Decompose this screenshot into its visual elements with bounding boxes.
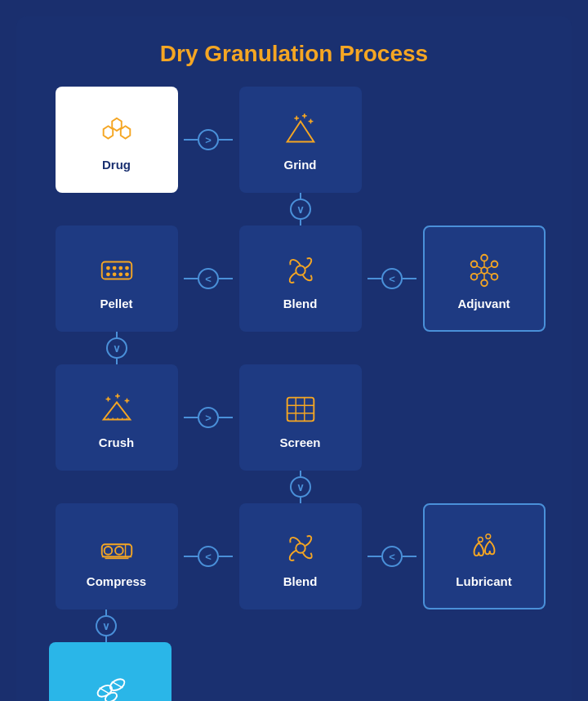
svg-point-62 xyxy=(485,534,490,538)
arrow-crush-screen: > xyxy=(184,407,233,428)
drug-label: Drug xyxy=(102,158,131,172)
svg-point-18 xyxy=(112,272,116,276)
arrow-left-3: < xyxy=(198,546,219,567)
arrow-down-3: ∨ xyxy=(290,476,311,498)
arrow-down-2: ∨ xyxy=(106,337,127,359)
arrow-down-4: ∨ xyxy=(96,615,117,636)
svg-point-24 xyxy=(491,261,497,267)
svg-marker-1 xyxy=(103,126,113,138)
blend1-box: Blend xyxy=(239,225,362,332)
screen-icon xyxy=(281,390,320,429)
svg-line-33 xyxy=(476,272,481,275)
compress-label: Compress xyxy=(87,574,146,588)
svg-point-26 xyxy=(481,279,488,286)
screen-label: Screen xyxy=(279,435,320,449)
arrow-blend-pellet: < xyxy=(184,268,233,289)
arrow-left-4: < xyxy=(381,546,403,567)
tablet-icon xyxy=(91,668,130,702)
blend2-label: Blend xyxy=(283,574,318,588)
arrow-left-2: < xyxy=(381,268,403,289)
grind-label: Grind xyxy=(284,158,317,172)
svg-point-28 xyxy=(470,261,477,267)
blend1-label: Blend xyxy=(283,297,318,310)
crush-label: Crush xyxy=(99,435,134,449)
adjuvant-label: Adjuvant xyxy=(457,297,510,310)
svg-point-16 xyxy=(125,266,129,270)
arrow-down-1: ∨ xyxy=(290,199,311,220)
adjuvant-icon xyxy=(465,251,504,290)
arrow-grind-blend: ∨ xyxy=(290,193,311,225)
svg-point-27 xyxy=(470,273,477,279)
compress-box: Compress xyxy=(56,503,178,609)
arrow-lubricant-blend2: < xyxy=(368,546,416,567)
blend2-icon xyxy=(281,529,320,568)
svg-point-13 xyxy=(106,266,110,270)
svg-point-22 xyxy=(481,267,488,274)
svg-point-60 xyxy=(296,543,305,553)
page-title: Dry Granulation Process xyxy=(33,33,555,67)
pellet-label: Pellet xyxy=(100,297,132,310)
arrow-left-1: < xyxy=(198,268,219,289)
compress-icon xyxy=(97,529,136,568)
svg-rect-49 xyxy=(287,397,314,421)
lubricant-icon xyxy=(465,529,504,568)
drug-box: Drug xyxy=(56,87,178,193)
arrow-screen-blend2: ∨ xyxy=(290,471,311,503)
adjuvant-box: Adjuvant xyxy=(423,225,546,332)
main-container: Dry Granulation Process Drug > xyxy=(16,16,572,701)
svg-point-56 xyxy=(115,547,123,555)
svg-point-14 xyxy=(112,266,116,270)
arrow-adjuvant-blend: < xyxy=(368,268,416,289)
pellet-box: Pellet xyxy=(56,225,178,332)
svg-marker-2 xyxy=(120,126,130,138)
blend1-icon xyxy=(281,251,320,290)
flow-diagram: Drug > Grind xyxy=(49,87,555,609)
arrow-right-2: > xyxy=(198,407,219,428)
svg-rect-54 xyxy=(101,544,131,556)
svg-line-66 xyxy=(112,681,122,688)
lubricant-box: Lubricant xyxy=(423,503,546,609)
svg-line-31 xyxy=(487,272,492,275)
svg-line-64 xyxy=(100,687,110,694)
svg-point-17 xyxy=(106,272,110,276)
svg-point-21 xyxy=(296,266,305,275)
arrow-right-1: > xyxy=(198,129,219,150)
svg-rect-12 xyxy=(101,261,131,279)
svg-point-20 xyxy=(125,272,129,276)
svg-point-23 xyxy=(481,254,488,261)
blend2-box: Blend xyxy=(239,503,362,609)
pellet-icon xyxy=(97,251,136,290)
arrow-pellet-crush: ∨ xyxy=(106,332,127,364)
svg-point-25 xyxy=(491,273,497,279)
svg-point-19 xyxy=(118,272,122,276)
tablet-box: Tablet xyxy=(49,642,172,701)
svg-line-34 xyxy=(476,266,481,268)
svg-point-55 xyxy=(104,547,112,555)
crush-icon xyxy=(97,390,136,429)
arrow-blend2-compress: < xyxy=(184,546,233,567)
grind-icon xyxy=(281,112,320,151)
arrow-compress-tablet: ∨ xyxy=(96,609,117,642)
screen-box: Screen xyxy=(239,364,362,471)
grind-box: Grind xyxy=(239,87,362,193)
crush-box: Crush xyxy=(56,364,178,471)
svg-point-61 xyxy=(478,537,483,542)
drug-icon xyxy=(97,112,136,151)
lubricant-label: Lubricant xyxy=(456,574,511,588)
arrow-drug-grind: > xyxy=(184,129,233,150)
svg-point-67 xyxy=(104,690,118,701)
svg-line-30 xyxy=(487,266,492,268)
svg-point-15 xyxy=(118,266,122,270)
